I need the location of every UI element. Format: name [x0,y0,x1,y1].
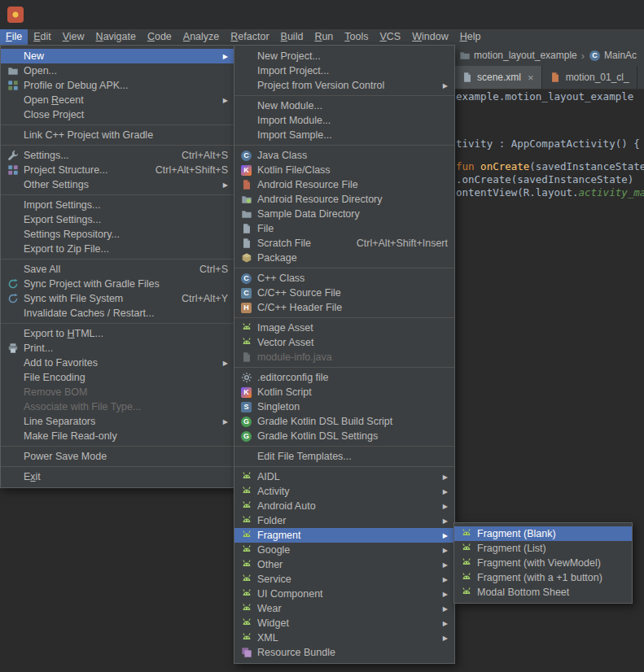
menubar-item-refactor[interactable]: Refactor [225,29,274,45]
breadcrumb-motion-layout-example[interactable]: motion_layout_example [458,50,577,62]
menubar-item-code[interactable]: Code [142,29,177,45]
editor-tab-scene-xml[interactable]: scene.xml× [453,66,542,89]
menu-item-kotlin-file-class[interactable]: KKotlin File/Class [234,163,454,177]
menu-item-sync-project-with-gradle-files[interactable]: Sync Project with Gradle Files [1,277,234,291]
android-icon [240,617,252,630]
submenu-arrow-icon: ▶ [440,591,448,598]
menu-item-project-structure[interactable]: Project Structure...Ctrl+Alt+Shift+S [1,163,234,177]
menu-item-sync-with-file-system[interactable]: Sync with File SystemCtrl+Alt+Y [1,291,234,306]
menu-item-ui-component[interactable]: UI Component▶ [234,587,454,601]
menu-item-new-module[interactable]: New Module... [234,98,454,113]
menu-item-invalidate-caches-restart[interactable]: Invalidate Caches / Restart... [1,306,234,321]
menu-item-android-resource-directory[interactable]: Android Resource Directory [234,192,454,207]
code-span: fun [456,160,480,172]
menubar-item-analyze[interactable]: Analyze [177,29,225,45]
menu-item-exit[interactable]: Exit [1,469,234,484]
menu-item-fragment[interactable]: Fragment▶ [234,528,454,543]
menu-item-fragment-blank[interactable]: Fragment (Blank) [454,526,632,541]
menubar-item-run[interactable]: Run [309,29,339,45]
menu-item-settings[interactable]: Settings...Ctrl+Alt+S [1,148,234,163]
menubar-item-navigate[interactable]: Navigate [90,29,142,45]
menu-item-fragment-list[interactable]: Fragment (List) [454,541,632,556]
menu-item-fragment-with-viewmodel[interactable]: Fragment (with ViewModel) [454,556,632,570]
menu-item-scratch-file[interactable]: Scratch FileCtrl+Alt+Shift+Insert [234,236,454,251]
editor-tab-motion-01-cl[interactable]: motion_01_cl_ [542,66,637,89]
menubar-item-tools[interactable]: Tools [339,29,374,45]
menu-item-java-class[interactable]: CJava Class [234,148,454,163]
menu-item-c-class[interactable]: CC++ Class [234,271,454,286]
menubar-item-vcs[interactable]: VCS [375,29,407,45]
menu-item-c-c-header-file[interactable]: HC/C++ Header File [234,300,454,315]
menu-item-label: Import Settings... [24,199,228,211]
menu-item-google[interactable]: Google▶ [234,543,454,557]
menu-item-label: Kotlin Script [257,386,448,398]
menu-item-activity[interactable]: Activity▶ [234,484,454,499]
breadcrumb-mainac[interactable]: CMainAc [589,50,637,62]
menu-item-export-settings[interactable]: Export Settings... [1,212,234,227]
menu-item-settings-repository[interactable]: Settings Repository... [1,227,234,242]
menu-item-export-to-zip-file[interactable]: Export to Zip File... [1,242,234,256]
menu-item-line-separators[interactable]: Line Separators▶ [1,414,234,429]
code-span: onCreate [480,160,529,172]
menu-item-service[interactable]: Service▶ [234,572,454,587]
submenu-arrow-icon: ▶ [221,360,228,367]
menu-item-label: Resource Bundle [257,647,448,658]
menu-item-wear[interactable]: Wear▶ [234,601,454,616]
menu-item-android-auto[interactable]: Android Auto▶ [234,499,454,513]
menu-item-package[interactable]: Package [234,251,454,265]
menu-item-other[interactable]: Other▶ [234,557,454,572]
menubar-item-window[interactable]: Window [406,29,453,45]
menu-item-android-resource-file[interactable]: Android Resource File [234,177,454,192]
menu-item-file-encoding[interactable]: File Encoding [1,370,234,385]
menu-item-image-asset[interactable]: Image Asset [234,321,454,335]
menu-item-link-c-project-with-gradle[interactable]: Link C++ Project with Gradle [1,128,234,142]
menu-item-fragment-with-a-1-button[interactable]: Fragment (with a +1 button) [454,570,632,585]
menu-item-import-project[interactable]: Import Project... [234,63,454,78]
menu-icon-spacer [7,129,19,142]
menu-item-import-module[interactable]: Import Module... [234,113,454,128]
menu-item-xml[interactable]: XML▶ [234,631,454,645]
menu-item-widget[interactable]: Widget▶ [234,616,454,631]
menubar-item-file[interactable]: File [0,29,28,45]
menu-separator [234,95,454,96]
menu-item-file[interactable]: File [234,221,454,236]
menu-item-profile-or-debug-apk[interactable]: Profile or Debug APK... [1,78,234,93]
kotlin-icon: K [240,164,252,177]
menu-item-project-from-version-control[interactable]: Project from Version Control▶ [234,78,454,93]
tab-label: scene.xml [477,72,521,83]
menu-item-singleton[interactable]: SSingleton [234,399,454,414]
menu-item-kotlin-script[interactable]: KKotlin Script [234,385,454,399]
menu-item-import-sample[interactable]: Import Sample... [234,128,454,142]
menu-item-other-settings[interactable]: Other Settings▶ [1,177,234,192]
menu-item-modal-bottom-sheet[interactable]: Modal Bottom Sheet [454,585,632,600]
menu-item-open[interactable]: Open... [1,63,234,78]
menu-item-make-file-read-only[interactable]: Make File Read-only [1,429,234,443]
menu-item-resource-bundle[interactable]: Resource Bundle [234,645,454,660]
menu-item-aidl[interactable]: AIDL▶ [234,469,454,484]
menubar-item-view[interactable]: View [57,29,90,45]
menu-item-gradle-kotlin-dsl-settings[interactable]: GGradle Kotlin DSL Settings [234,429,454,443]
tab-close-icon[interactable]: × [528,72,534,84]
menu-item-c-c-source-file[interactable]: CC/C++ Source File [234,286,454,300]
cpp-class-icon: C [240,273,252,285]
menubar-item-edit[interactable]: Edit [28,29,57,45]
menu-item-export-to-html[interactable]: Export to HTML... [1,326,234,341]
menu-item-gradle-kotlin-dsl-build-script[interactable]: GGradle Kotlin DSL Build Script [234,414,454,429]
menu-item-power-save-mode[interactable]: Power Save Mode [1,449,234,464]
menu-item-sample-data-directory[interactable]: Sample Data Directory [234,207,454,221]
menu-item-vector-asset[interactable]: Vector Asset [234,335,454,350]
menu-item-folder[interactable]: Folder▶ [234,513,454,528]
menu-item-open-recent[interactable]: Open Recent▶ [1,93,234,107]
menu-item-close-project[interactable]: Close Project [1,107,234,122]
menu-item-add-to-favorites[interactable]: Add to Favorites▶ [1,356,234,370]
menu-item-editorconfig-file[interactable]: .editorconfig file [234,370,454,385]
menu-item-new-project[interactable]: New Project... [234,49,454,63]
menu-item-save-all[interactable]: Save AllCtrl+S [1,262,234,277]
menu-item-import-settings[interactable]: Import Settings... [1,198,234,212]
menu-item-edit-file-templates[interactable]: Edit File Templates... [234,449,454,464]
menu-item-new[interactable]: New▶ [1,49,234,63]
menu-icon-spacer [7,94,19,107]
menubar-item-build[interactable]: Build [275,29,309,45]
menubar-item-help[interactable]: Help [454,29,487,45]
menu-item-print[interactable]: Print... [1,341,234,356]
